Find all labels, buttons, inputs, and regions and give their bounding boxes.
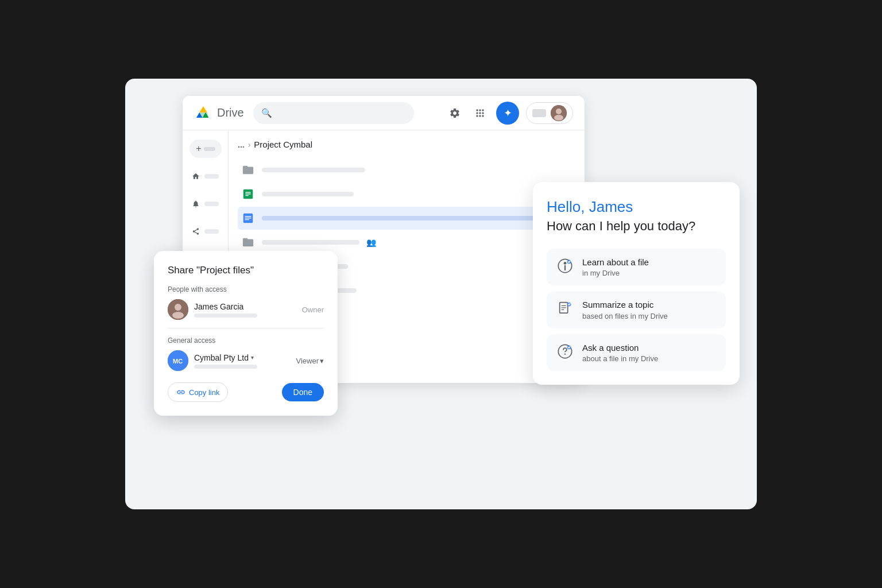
svg-rect-10	[245, 194, 250, 194]
person-row: James Garcia Owner	[168, 299, 324, 320]
gear-icon	[449, 107, 461, 119]
company-name: Cymbal Pty Ltd	[194, 353, 249, 362]
gemini-option-learn[interactable]: Learn about a file in my Drive	[547, 249, 726, 286]
learn-option-main: Learn about a file	[582, 257, 649, 268]
svg-point-2	[554, 115, 563, 121]
svg-point-1	[556, 109, 562, 114]
summarize-option-icon	[556, 299, 574, 318]
svg-text:MC: MC	[173, 358, 183, 365]
gemini-button[interactable]: ✦	[496, 102, 519, 125]
file-name-bar	[262, 168, 365, 172]
link-icon	[176, 388, 185, 397]
home-icon	[192, 171, 200, 182]
file-name-bar-selected	[262, 216, 555, 220]
copy-link-button[interactable]: Copy link	[168, 382, 228, 402]
svg-rect-15	[245, 219, 249, 220]
company-bar	[194, 365, 257, 369]
drive-logo-text: Drive	[217, 106, 244, 119]
company-info: Cymbal Pty Ltd ▾	[194, 353, 290, 369]
share-divider	[168, 328, 324, 328]
gemini-option-ask[interactable]: Ask a question about a file in my Drive	[547, 334, 726, 372]
chevron-down-icon[interactable]: ▾	[251, 354, 254, 361]
svg-point-31	[564, 353, 566, 354]
drive-header-actions: ✦	[446, 102, 573, 125]
people-section-label: People with access	[168, 285, 324, 293]
sheets-icon	[241, 187, 255, 201]
scene: Drive 🔍 ✦	[125, 79, 757, 509]
share-icon	[192, 226, 200, 237]
new-button[interactable]: +	[189, 140, 222, 158]
settings-icon-btn[interactable]	[446, 104, 464, 122]
file-row[interactable]: 👥	[238, 231, 575, 254]
breadcrumb-name: Project Cymbal	[254, 140, 312, 149]
person-name: James Garcia	[194, 302, 296, 311]
role-label: Viewer	[296, 357, 319, 365]
shared-label	[204, 229, 219, 234]
svg-line-7	[195, 230, 197, 231]
gemini-panel: Hello, James How can I help you today? L…	[533, 182, 740, 385]
avatar	[551, 105, 567, 121]
sidebar-item-shared[interactable]	[189, 222, 221, 241]
file-name-bar	[262, 240, 359, 245]
ask-option-icon	[556, 342, 574, 361]
general-access-label: General access	[168, 336, 324, 345]
svg-rect-9	[245, 192, 250, 192]
svg-point-5	[197, 233, 199, 234]
search-icon: 🔍	[261, 108, 272, 118]
file-row-selected[interactable]: 🔒	[238, 207, 575, 230]
done-label: Done	[293, 388, 312, 397]
person-email-bar	[194, 314, 257, 318]
done-button[interactable]: Done	[282, 383, 324, 401]
svg-point-22	[172, 312, 184, 319]
role-chevron-icon: ▾	[320, 357, 324, 365]
file-name-bar	[262, 192, 354, 196]
sidebar-item-home[interactable]	[189, 167, 221, 185]
breadcrumb-arrow: ›	[248, 140, 251, 149]
apps-icon-btn[interactable]	[471, 104, 489, 122]
drive-logo-icon	[194, 104, 212, 122]
person-role: Owner	[302, 305, 324, 314]
share-dialog-footer: Copy link Done	[168, 382, 324, 402]
svg-rect-14	[245, 218, 252, 218]
svg-point-4	[193, 230, 195, 232]
breadcrumb: ... › Project Cymbal	[238, 140, 575, 149]
plus-icon: +	[196, 144, 201, 154]
account-rect	[532, 109, 546, 117]
svg-line-6	[195, 232, 197, 233]
drive-logo: Drive	[194, 104, 244, 122]
share-dialog-title: Share "Project files"	[168, 265, 324, 276]
account-area[interactable]	[526, 102, 573, 124]
folder-icon-2	[241, 235, 255, 249]
bell-icon	[192, 198, 200, 210]
ask-option-main: Ask a question	[582, 342, 658, 354]
sidebar-item-notifications[interactable]	[189, 195, 221, 213]
summarize-option-main: Summarize a topic	[582, 299, 668, 311]
gemini-question: How can I help you today?	[547, 218, 726, 235]
breadcrumb-dots: ...	[238, 140, 245, 149]
svg-rect-13	[245, 216, 252, 216]
ask-option-text: Ask a question about a file in my Drive	[582, 342, 658, 363]
file-row[interactable]	[238, 183, 575, 206]
role-dropdown[interactable]: Viewer ▾	[296, 357, 324, 365]
general-access-row: MC Cymbal Pty Ltd ▾ Viewer ▾	[168, 350, 324, 371]
svg-point-21	[175, 304, 181, 311]
company-avatar: MC	[168, 350, 188, 371]
learn-option-text: Learn about a file in my Drive	[582, 257, 649, 278]
drive-header: Drive 🔍 ✦	[183, 96, 585, 130]
file-row[interactable]	[238, 158, 575, 181]
learn-option-icon	[556, 257, 574, 275]
person-avatar	[168, 299, 188, 320]
summarize-option-text: Summarize a topic based on files in my D…	[582, 299, 668, 320]
person-info: James Garcia	[194, 302, 296, 318]
gemini-star-icon: ✦	[504, 107, 512, 119]
new-label-bar	[204, 147, 215, 151]
notifications-label	[204, 202, 219, 206]
home-label	[204, 174, 219, 179]
svg-point-26	[564, 262, 567, 265]
share-dialog: Share "Project files" People with access…	[154, 251, 338, 416]
gemini-option-summarize[interactable]: Summarize a topic based on files in my D…	[547, 291, 726, 328]
drive-search-bar[interactable]: 🔍	[253, 102, 414, 124]
grid-icon	[474, 107, 486, 119]
gemini-greeting: Hello, James	[547, 198, 726, 216]
people-icon: 👥	[366, 238, 376, 247]
